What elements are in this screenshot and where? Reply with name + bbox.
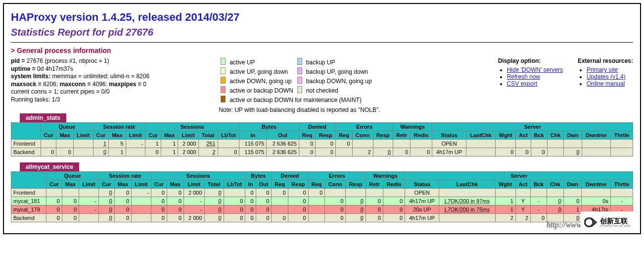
legend: active UP backup UP active UP, going dow…	[219, 57, 380, 113]
table-allmycat-service: Queue Session rate Sessions Bytes Denied…	[11, 171, 633, 222]
swatch-active-up-going-down	[221, 67, 226, 74]
swatch-active-up	[221, 58, 226, 65]
table-row: mycat_17900-0000-00000000020s UPL7OK/200…	[11, 206, 633, 214]
uptime-value: 0d 4h17m37s	[37, 65, 73, 72]
brand-en: CHUANG XIN HU LIAN	[600, 225, 631, 227]
external-resources-header: External resources:	[578, 57, 633, 64]
pid-label: pid =	[11, 57, 27, 64]
brand-cn: 创新互联	[600, 217, 631, 225]
limits-label: system limits:	[11, 73, 52, 80]
swatch-not-checked	[297, 86, 302, 93]
right-links: Display option: Hide 'DOWN' servers Refr…	[390, 57, 633, 87]
uptime-label: uptime =	[11, 65, 37, 72]
table-row: Backend 00 01 012 00020 115 0752 636 625…	[11, 148, 633, 156]
page-container: HAProxy version 1.4.25, released 2014/03…	[3, 3, 641, 234]
swatch-backup-up-going-down	[297, 67, 302, 74]
table-admin-stats: Queue Session rate Sessions Bytes Denied…	[11, 122, 633, 156]
legend-note: Note: UP with load-balancing disabled is…	[219, 106, 380, 113]
link-updates[interactable]: Updates (v1.4)	[587, 73, 626, 80]
table-row: Frontend 15- 112 000251 115 0752 636 625…	[11, 140, 633, 148]
link-refresh[interactable]: Refresh now	[507, 73, 540, 80]
table2-label[interactable]: allmycat_service	[20, 162, 79, 171]
maxconn-label: maxconn =	[59, 81, 92, 88]
limits-value: memmax = unlimited; ulimit-n = 8206	[52, 73, 149, 80]
running-tasks: Running tasks: 1/3	[11, 96, 149, 104]
pid-value: 27676 (process #1, nbproc = 1)	[27, 57, 109, 64]
page-title: HAProxy version 1.4.25, released 2014/03…	[11, 11, 633, 24]
display-options: Display option: Hide 'DOWN' servers Refr…	[498, 57, 563, 87]
current-conns: current conns = 1; current pipes = 0/0	[11, 88, 149, 96]
info-row: pid = 27676 (process #1, nbproc = 1) upt…	[11, 57, 633, 113]
external-resources: External resources: Primary site Updates…	[578, 57, 633, 87]
link-csv-export[interactable]: CSV export	[507, 80, 537, 87]
link-primary-site[interactable]: Primary site	[587, 66, 618, 73]
page-subtitle: Statistics Report for pid 27676	[11, 27, 633, 38]
swatch-backup-up	[297, 58, 302, 65]
swatch-active-down-going-up	[221, 77, 226, 84]
table-row: Backend 00 00 002 00000 00 00 00 00 4h17…	[11, 214, 633, 222]
swatch-down	[221, 86, 226, 93]
section-header: > General process information	[11, 47, 633, 54]
link-manual[interactable]: Online manual	[587, 80, 625, 87]
link-hide-down[interactable]: Hide 'DOWN' servers	[507, 66, 563, 73]
process-info: pid = 27676 (process #1, nbproc = 1) upt…	[11, 57, 149, 104]
divider	[11, 42, 633, 43]
table-row: mycat_18100-0000-0000000004h17m UPL7OK/2…	[11, 197, 633, 206]
swatch-backup-down-going-up	[297, 77, 302, 84]
display-options-header: Display option:	[498, 57, 563, 64]
maxsock-label: maxsock =	[11, 81, 43, 88]
brand-badge: 创新互联 CHUANG XIN HU LIAN	[581, 211, 640, 233]
swatch-maint	[221, 96, 226, 103]
table-row: Frontend 00- 002 0000 00 00 0 OPEN	[11, 189, 633, 197]
brand-logo-icon	[584, 215, 598, 229]
table1-label[interactable]: admin_stats	[20, 113, 66, 122]
maxpipes-label: maxpipes =	[109, 81, 143, 88]
